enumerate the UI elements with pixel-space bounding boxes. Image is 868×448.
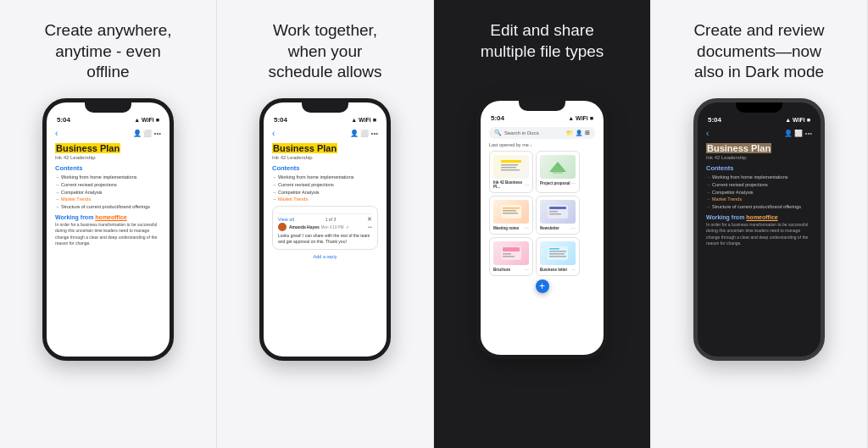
list-item-2-1: →Working from home implementations (272, 174, 378, 180)
list-item-2-3: →Competitor Analysis (272, 190, 378, 196)
status-bar-3: 5:04 ▲ WiFi ■ (481, 111, 604, 124)
file-thumb-4 (540, 200, 576, 224)
phone-3-content: 🔍 Search in Docs 📁 👤 ⊞ Last opened by me… (481, 124, 604, 354)
panel-4: Create and reviewdocuments—nowalso in Da… (651, 0, 868, 448)
phone-2-content: ‹ 👤 ⬜ ••• Business Plan Ink 42 Leadershi… (264, 125, 387, 356)
file-name-2: Project proposal (540, 181, 570, 185)
doc-subtitle-4: Ink 42 Leadership (706, 155, 812, 160)
status-icons-1: ▲ WiFi ■ (134, 117, 159, 123)
list-item-4-4: →Market Trends (706, 196, 812, 202)
svg-rect-3 (501, 169, 520, 171)
doc-title-4: Business Plan (706, 143, 812, 154)
status-time-3: 5:04 (491, 114, 504, 122)
notch-3 (519, 101, 565, 111)
file-dots-2[interactable]: ··· (571, 180, 576, 185)
comment-checkmark: ✓ (346, 224, 349, 230)
list-item-1-1: →Working from home implementations (55, 174, 161, 180)
list-item-1-2: →Current revised projections (55, 182, 161, 188)
list-item-4-2: →Current revised projections (706, 182, 812, 188)
doc-title-1: Business Plan (55, 143, 161, 154)
fab-button[interactable]: + (536, 279, 549, 293)
list-item-4-1: →Working from home implementations (706, 174, 812, 180)
file-thumb-3 (493, 200, 529, 224)
file-name-6: Business letter (540, 268, 567, 272)
view-all-link[interactable]: View all (278, 217, 294, 222)
status-icons-2: ▲ WiFi ■ (351, 117, 376, 123)
file-card-4[interactable]: Newsletter ··· (536, 196, 580, 235)
body-text-1: In order for a business transformation t… (55, 222, 161, 247)
body-text-4: In order for a business transformation t… (706, 222, 812, 247)
svg-rect-16 (503, 253, 511, 255)
status-time-4: 5:04 (708, 116, 721, 124)
working-from-1: Working from homeoffice (55, 214, 161, 220)
title-highlight-4: Business Plan (706, 143, 771, 153)
panel-3: Edit and sharemultiple file types 5:04 ▲… (434, 0, 651, 448)
svg-rect-8 (503, 210, 516, 212)
svg-rect-20 (549, 251, 566, 252)
file-dots-1[interactable]: ··· (525, 182, 529, 187)
phone-4-content: ‹ 👤 ⬜ ••• Business Plan Ink 42 Leadershi… (698, 125, 821, 356)
file-card-3[interactable]: Meeting notes ··· (489, 196, 533, 235)
file-name-row-6: Business letter ··· (540, 267, 576, 272)
back-button-1[interactable]: ‹ (55, 129, 58, 138)
status-bar-2: 5:04 ▲ WiFi ■ (264, 113, 387, 125)
list-item-4-5: →Structure of current product/brand offe… (706, 204, 812, 210)
file-card-2[interactable]: Project proposal ··· (536, 151, 580, 193)
panel-4-phone: 5:04 ▲ WiFi ■ ‹ 👤 ⬜ ••• Business Plan In… (693, 98, 825, 361)
file-thumb-5 (493, 241, 529, 265)
file-dots-5[interactable]: ··· (525, 267, 529, 272)
files-grid: Ink 42 Business Pl... ··· Project propos… (489, 151, 595, 276)
comment-header: Amanda Hayes Mon 4:19 PM ✓ ••• (278, 223, 372, 231)
folder-icon: 📁 (566, 130, 573, 136)
list-item-1-5: →Structure of current product/brand offe… (55, 204, 161, 210)
working-from-4: Working from homeoffice (706, 214, 812, 220)
svg-rect-7 (503, 207, 520, 209)
back-button-4[interactable]: ‹ (706, 129, 709, 138)
comment-pagination: 1 of 3 (326, 217, 337, 222)
comment-close[interactable]: ✕ (367, 216, 372, 223)
panel-4-title: Create and reviewdocuments—nowalso in Da… (693, 20, 824, 83)
commenter-name: Amanda Hayes (289, 224, 320, 230)
status-bar-4: 5:04 ▲ WiFi ■ (698, 113, 821, 125)
phone-4-nav: ‹ 👤 ⬜ ••• (706, 129, 812, 138)
doc-subtitle-2: Ink 42 Leadership (272, 155, 378, 160)
panel-2-phone: 5:04 ▲ WiFi ■ ‹ 👤 ⬜ ••• Business Plan In… (259, 98, 391, 361)
panel-3-title: Edit and sharemultiple file types (481, 20, 604, 81)
svg-rect-2 (501, 167, 516, 169)
file-card-5[interactable]: Brochure ··· (489, 237, 533, 276)
file-dots-6[interactable]: ··· (571, 267, 576, 272)
doc-title-2: Business Plan (272, 143, 378, 154)
status-time-2: 5:04 (274, 116, 287, 124)
list-item-4-3: →Competitor Analysis (706, 190, 812, 196)
file-name-row-4: Newsletter ··· (540, 225, 576, 230)
account-icon: 👤 (576, 130, 582, 136)
nav-icons-4: 👤 ⬜ ••• (784, 130, 812, 137)
list-item-2-4: →Market Trends (272, 196, 378, 202)
svg-rect-22 (549, 256, 566, 257)
title-highlight-2: Business Plan (272, 143, 337, 153)
file-dots-3[interactable]: ··· (525, 225, 529, 230)
svg-rect-13 (549, 213, 561, 215)
contents-heading-1: Contents (55, 164, 161, 172)
list-item-2-2: →Current revised projections (272, 182, 378, 188)
file-dots-4[interactable]: ··· (571, 225, 576, 230)
panel-2-title: Work together,when yourschedule allows (268, 20, 381, 83)
file-card-6[interactable]: Business letter ··· (536, 237, 580, 276)
comment-text: Looks great! I can share with the rest o… (278, 233, 372, 245)
comment-bubble: View all 1 of 3 ✕ Amanda Hayes Mon 4:19 … (272, 206, 378, 250)
file-name-1: Ink 42 Business Pl... (493, 180, 525, 189)
status-time-1: 5:04 (57, 116, 70, 124)
comment-options[interactable]: ••• (368, 224, 372, 230)
notch-4 (736, 102, 782, 113)
search-text: Search in Docs (504, 130, 564, 136)
add-reply-button[interactable]: Add a reply (272, 254, 378, 259)
back-button-2[interactable]: ‹ (272, 129, 275, 138)
panel-1: Create anywhere,anytime - evenoffline 5:… (0, 0, 217, 448)
file-card-1[interactable]: Ink 42 Business Pl... ··· (489, 151, 533, 193)
panel-3-phone: 5:04 ▲ WiFi ■ 🔍 Search in Docs 📁 👤 ⊞ Las… (476, 97, 608, 359)
svg-rect-21 (549, 253, 565, 255)
svg-rect-1 (501, 164, 518, 166)
search-bar[interactable]: 🔍 Search in Docs 📁 👤 ⊞ (489, 127, 595, 139)
status-icons-4: ▲ WiFi ■ (785, 117, 810, 123)
notch-1 (85, 102, 131, 113)
